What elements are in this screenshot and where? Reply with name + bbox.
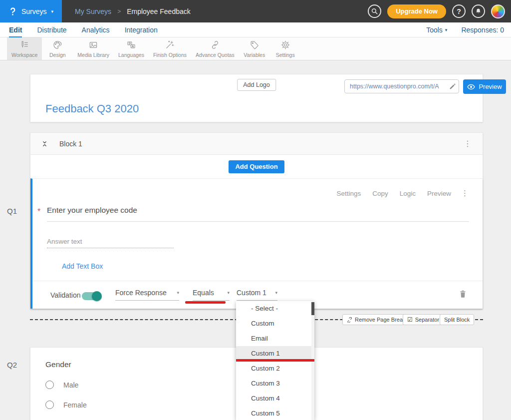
radio-icon[interactable] <box>45 381 54 389</box>
tools-menu[interactable]: Tools ▾ <box>426 22 447 37</box>
answer-text-input[interactable] <box>47 235 174 248</box>
breadcrumb-my-surveys[interactable]: My Surveys <box>75 7 111 15</box>
toolbar-label: Finish Options <box>153 52 187 58</box>
toolbar-label: Workspace <box>11 52 37 58</box>
chevron-down-icon: ▾ <box>445 27 448 32</box>
surveys-menu[interactable]: Surveys ▾ <box>0 0 62 22</box>
radio-option-female[interactable]: Female <box>45 401 87 409</box>
toolbar-item-workspace[interactable]: Workspace <box>7 37 42 60</box>
question-logic-link[interactable]: Logic <box>400 190 416 197</box>
validation-divider <box>32 281 483 281</box>
chevron-down-icon: ▾ <box>227 290 230 295</box>
nav-tabs-group: Edit Distribute Analytics Integration <box>9 22 158 37</box>
chain-links-icon <box>210 40 220 50</box>
toolbar-label: Variables <box>244 52 265 58</box>
dropdown-option-custom2[interactable]: Custom 2 <box>236 361 314 376</box>
toolbar-item-settings[interactable]: Settings <box>270 37 301 60</box>
breadcrumb: My Surveys > Employee Feedback <box>75 0 191 22</box>
block-card: Block 1 ⋮ Add Question Settings Copy Log… <box>30 132 483 309</box>
dropdown-option-custom5[interactable]: Custom 5 <box>236 406 314 420</box>
toolbar-items: Workspace Design Media Library Languages… <box>7 37 301 60</box>
wand-icon <box>165 40 175 50</box>
chevron-down-icon: ▾ <box>51 9 54 14</box>
radio-option-male[interactable]: Male <box>45 381 78 389</box>
block-header: Block 1 ⋮ <box>30 133 483 155</box>
block-title[interactable]: Block 1 <box>59 140 82 148</box>
dropdown-scrollbar-thumb[interactable] <box>311 302 314 315</box>
eye-icon <box>467 84 475 90</box>
survey-url-input[interactable] <box>345 80 446 93</box>
tab-integration[interactable]: Integration <box>125 22 158 37</box>
gear-icon <box>280 40 290 50</box>
question-menu-kebab-icon[interactable]: ⋮ <box>461 189 469 198</box>
surveys-menu-label: Surveys <box>21 7 47 15</box>
preview-button[interactable]: Preview <box>463 79 506 94</box>
survey-nav-tabs: Edit Distribute Analytics Integration To… <box>0 22 511 37</box>
search-button[interactable] <box>368 4 381 18</box>
survey-url-field <box>344 79 459 93</box>
responses-count[interactable]: Responses: 0 <box>461 22 504 37</box>
add-logo-button[interactable]: Add Logo <box>237 79 276 91</box>
question-underline <box>47 221 469 222</box>
add-question-row: Add Question <box>30 155 483 178</box>
edit-url-pencil-icon[interactable] <box>449 82 457 90</box>
separator-button[interactable]: ☑ Separator <box>403 314 444 325</box>
custom-validation-dropdown: - Select - Custom Email Custom 1 Custom … <box>236 301 314 420</box>
remove-page-break-button[interactable]: Remove Page Break <box>342 314 410 325</box>
questionpro-logo <box>8 6 17 17</box>
collapse-block-icon[interactable] <box>41 140 48 148</box>
workspace-icon <box>19 40 29 50</box>
question-q1-card: Settings Copy Logic Preview ⋮ * Enter yo… <box>30 178 483 309</box>
operator-select[interactable]: Equals ▾ <box>193 289 230 301</box>
toolbar-item-advance-quotas[interactable]: Advance Quotas <box>191 37 239 60</box>
tab-analytics[interactable]: Analytics <box>82 22 110 37</box>
dropdown-option-custom4[interactable]: Custom 4 <box>236 391 314 406</box>
toolbar-item-finish-options[interactable]: Finish Options <box>149 37 191 60</box>
question-number-q1: Q1 <box>7 207 17 215</box>
dropdown-option-custom3[interactable]: Custom 3 <box>236 376 314 391</box>
upgrade-now-button[interactable]: Upgrade Now <box>387 4 446 18</box>
radio-label: Male <box>63 381 78 389</box>
add-question-button[interactable]: Add Question <box>229 160 284 173</box>
dropdown-option-email[interactable]: Email <box>236 331 314 346</box>
help-button[interactable]: ? <box>452 4 466 18</box>
chevron-down-icon: ▾ <box>275 290 277 295</box>
annotation-red-underline-custom1 <box>236 359 314 362</box>
dropdown-option-custom[interactable]: Custom <box>236 316 314 331</box>
question-copy-link[interactable]: Copy <box>372 190 388 197</box>
avatar[interactable] <box>491 4 505 18</box>
add-text-box-link[interactable]: Add Text Box <box>62 262 103 270</box>
force-response-value: Force Response <box>115 289 167 297</box>
block-menu-kebab-icon[interactable]: ⋮ <box>464 140 472 148</box>
radio-icon[interactable] <box>45 401 54 409</box>
radio-label: Female <box>63 401 87 409</box>
validation-toggle[interactable] <box>82 292 101 300</box>
unlink-icon <box>347 317 352 323</box>
question-text[interactable]: Gender <box>45 360 71 369</box>
toolbar-item-design[interactable]: Design <box>42 37 73 60</box>
delete-validation-trash-icon[interactable] <box>459 290 467 298</box>
required-asterisk: * <box>37 207 40 216</box>
topbar-actions: Upgrade Now ? <box>368 0 505 22</box>
question-settings-link[interactable]: Settings <box>336 190 361 197</box>
toolbar-item-media-library[interactable]: Media Library <box>73 37 114 60</box>
chevron-down-icon: ▾ <box>177 290 179 295</box>
tab-edit[interactable]: Edit <box>9 22 22 37</box>
custom-validation-select[interactable]: Custom 1 ▾ <box>237 289 277 301</box>
toolbar-item-languages[interactable]: Languages <box>114 37 149 60</box>
operator-value: Equals <box>193 289 214 297</box>
toolbar-item-variables[interactable]: Variables <box>239 37 270 60</box>
tab-distribute[interactable]: Distribute <box>37 22 66 37</box>
notifications-button[interactable] <box>472 4 485 18</box>
survey-title[interactable]: Feedback Q3 2020 <box>45 102 139 115</box>
toolbar-label: Design <box>49 52 66 58</box>
separator-label: Separator <box>415 317 439 323</box>
dropdown-option-select[interactable]: - Select - <box>236 301 314 316</box>
split-block-label: Split Block <box>444 317 470 323</box>
question-text[interactable]: Enter your employee code <box>47 206 137 215</box>
force-response-select[interactable]: Force Response ▾ <box>115 289 179 301</box>
question-preview-link[interactable]: Preview <box>427 190 451 197</box>
question-actions: Settings Copy Logic Preview ⋮ <box>336 189 469 198</box>
breadcrumb-current: Employee Feedback <box>127 7 191 15</box>
split-block-button[interactable]: Split Block <box>440 314 474 325</box>
